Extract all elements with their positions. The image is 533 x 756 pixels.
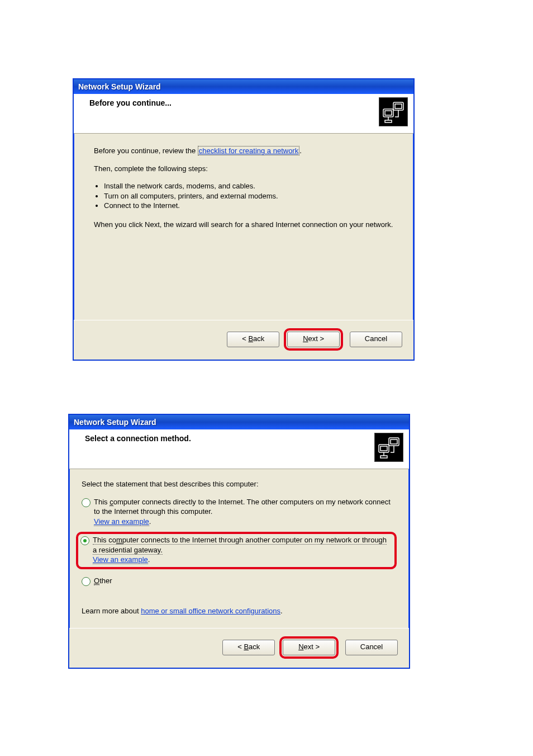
step-item: Install the network cards, modems, and c… xyxy=(104,181,393,191)
titlebar[interactable]: Network Setup Wizard xyxy=(69,415,409,429)
wizard-header: Select a connection method. xyxy=(69,429,409,469)
network-computers-icon xyxy=(379,97,408,126)
learn-suffix: . xyxy=(280,607,283,615)
back-button[interactable]: < Back xyxy=(222,640,275,655)
steps-list: Install the network cards, modems, and c… xyxy=(94,181,393,211)
radio-option-other[interactable]: Other xyxy=(82,576,397,586)
wizard-dialog-before-continue: Network Setup Wizard Before you continue… xyxy=(73,78,415,361)
search-info-line: When you click Next, the wizard will sea… xyxy=(94,220,393,230)
radio-option-gateway[interactable]: This computer connects to the Internet t… xyxy=(80,535,391,565)
cancel-button[interactable]: Cancel xyxy=(345,640,398,655)
window-title: Network Setup Wizard xyxy=(78,82,161,91)
radio-label: Other xyxy=(94,576,397,586)
cancel-button[interactable]: Cancel xyxy=(350,332,402,347)
intro-prefix: Before you continue, review the xyxy=(94,147,198,155)
network-computers-icon xyxy=(374,433,403,462)
titlebar[interactable]: Network Setup Wizard xyxy=(74,79,413,94)
then-line: Then, complete the following steps: xyxy=(94,164,393,174)
radio-option-direct[interactable]: This computer connects directly to the I… xyxy=(82,497,397,527)
next-button[interactable]: Next > xyxy=(283,640,335,655)
learn-more-line: Learn more about home or small office ne… xyxy=(82,606,397,616)
next-button-highlight: Next > xyxy=(279,636,339,659)
radio-label: This computer connects directly to the I… xyxy=(94,497,397,527)
wizard-footer: < Back Next > Cancel xyxy=(74,320,413,360)
view-example-link[interactable]: View an example xyxy=(94,517,149,526)
learn-more-link[interactable]: home or small office network configurati… xyxy=(141,607,280,615)
intro-suffix: . xyxy=(299,147,302,155)
radio-label: This computer connects to the Internet t… xyxy=(93,535,391,565)
header-title: Select a connection method. xyxy=(85,434,402,443)
radio-icon xyxy=(80,536,89,545)
select-line: Select the statement that best describes… xyxy=(82,479,397,489)
back-button[interactable]: < Back xyxy=(227,332,279,347)
next-button[interactable]: Next > xyxy=(287,332,340,347)
wizard-body: Select the statement that best describes… xyxy=(69,469,409,628)
learn-prefix: Learn more about xyxy=(82,607,141,615)
next-button-highlight: Next > xyxy=(284,328,343,351)
step-item: Turn on all computers, printers, and ext… xyxy=(104,191,393,201)
wizard-dialog-connection-method: Network Setup Wizard Select a connection… xyxy=(68,414,410,669)
view-example-link[interactable]: View an example xyxy=(93,555,148,564)
header-title: Before you continue... xyxy=(89,98,407,107)
radio-icon xyxy=(82,498,91,507)
checklist-link[interactable]: checklist for creating a network xyxy=(198,146,299,155)
intro-line: Before you continue, review the checklis… xyxy=(94,146,393,156)
radio-icon xyxy=(82,577,91,586)
wizard-footer: < Back Next > Cancel xyxy=(69,628,409,668)
wizard-header: Before you continue... xyxy=(74,94,413,134)
window-title: Network Setup Wizard xyxy=(74,418,156,427)
wizard-body: Before you continue, review the checklis… xyxy=(74,134,413,320)
step-item: Connect to the Internet. xyxy=(104,201,393,211)
selected-option-highlight: This computer connects to the Internet t… xyxy=(76,532,397,569)
